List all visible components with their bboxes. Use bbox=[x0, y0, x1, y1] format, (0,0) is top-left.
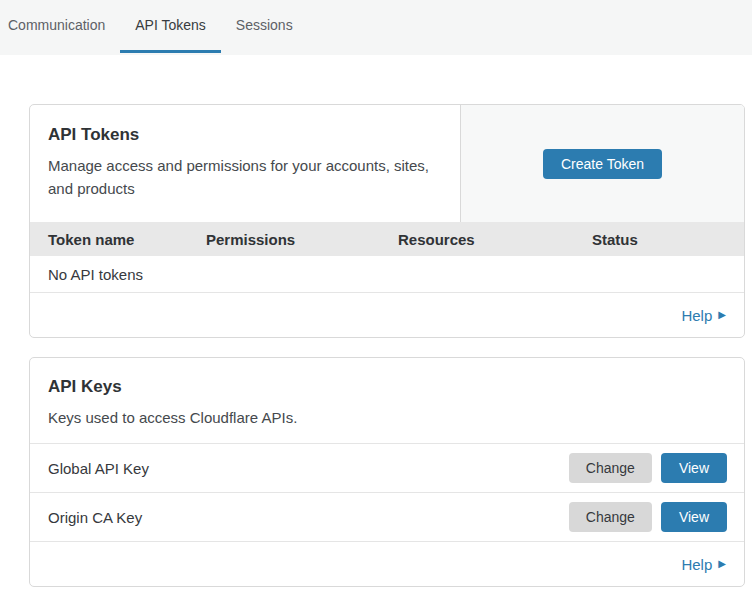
column-header-status: Status bbox=[592, 231, 744, 248]
global-api-key-label: Global API Key bbox=[48, 460, 569, 477]
tokens-help-link[interactable]: Help ▶ bbox=[681, 307, 726, 324]
api-tokens-card-header: API Tokens Manage access and permissions… bbox=[30, 105, 744, 222]
tokens-empty-message: No API tokens bbox=[48, 266, 143, 283]
origin-ca-key-change-button[interactable]: Change bbox=[569, 502, 652, 532]
create-token-button[interactable]: Create Token bbox=[543, 149, 662, 179]
tokens-empty-row: No API tokens bbox=[30, 256, 744, 293]
column-header-resources: Resources bbox=[398, 231, 592, 248]
keys-help-link[interactable]: Help ▶ bbox=[681, 556, 726, 573]
column-header-token-name: Token name bbox=[48, 231, 206, 248]
api-keys-description: Keys used to access Cloudflare APIs. bbox=[48, 406, 726, 429]
tab-api-tokens[interactable]: API Tokens bbox=[120, 0, 221, 53]
tab-bar: Communication API Tokens Sessions bbox=[0, 0, 752, 55]
help-arrow-icon: ▶ bbox=[718, 559, 726, 569]
api-tokens-description: Manage access and permissions for your a… bbox=[48, 154, 442, 201]
global-api-key-row: Global API Key Change View bbox=[30, 444, 744, 493]
global-api-key-view-button[interactable]: View bbox=[661, 453, 727, 483]
api-keys-title: API Keys bbox=[48, 377, 726, 397]
tokens-help-row: Help ▶ bbox=[30, 293, 744, 337]
api-tokens-card-header-action: Create Token bbox=[460, 105, 744, 222]
api-keys-card-header: API Keys Keys used to access Cloudflare … bbox=[30, 358, 744, 444]
column-header-permissions: Permissions bbox=[206, 231, 398, 248]
origin-ca-key-row: Origin CA Key Change View bbox=[30, 493, 744, 542]
tab-sessions[interactable]: Sessions bbox=[221, 0, 308, 53]
tab-communication[interactable]: Communication bbox=[0, 0, 120, 53]
origin-ca-key-view-button[interactable]: View bbox=[661, 502, 727, 532]
keys-help-row: Help ▶ bbox=[30, 542, 744, 586]
page-content: API Tokens Manage access and permissions… bbox=[0, 55, 752, 587]
global-api-key-change-button[interactable]: Change bbox=[569, 453, 652, 483]
api-tokens-card: API Tokens Manage access and permissions… bbox=[29, 104, 745, 338]
api-tokens-card-header-text: API Tokens Manage access and permissions… bbox=[30, 105, 460, 222]
api-tokens-title: API Tokens bbox=[48, 125, 442, 145]
api-keys-card: API Keys Keys used to access Cloudflare … bbox=[29, 357, 745, 587]
origin-ca-key-label: Origin CA Key bbox=[48, 509, 569, 526]
tokens-help-label: Help bbox=[681, 307, 712, 324]
tokens-table-header: Token name Permissions Resources Status bbox=[30, 222, 744, 256]
keys-help-label: Help bbox=[681, 556, 712, 573]
help-arrow-icon: ▶ bbox=[718, 310, 726, 320]
